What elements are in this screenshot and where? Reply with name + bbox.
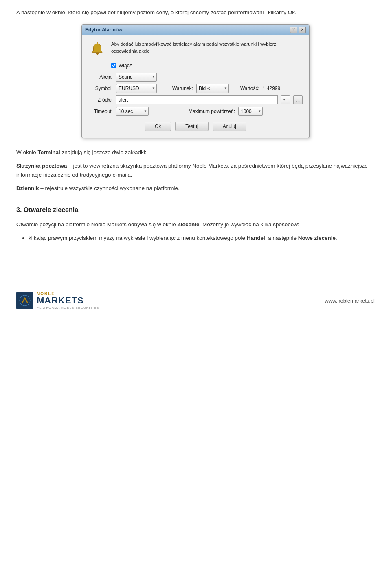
s2-intro-bold: Zlecenie — [177, 221, 199, 228]
akcja-value: Sound — [119, 74, 133, 80]
footer-url: www.noblemarkets.pl — [325, 298, 375, 304]
section1-item2: Dziennik – rejestruje wszystkie czynnośc… — [16, 184, 375, 193]
timeout-content: 10 sec ▼ Maximum powtórzeń: 1000 ▼ — [116, 107, 303, 116]
s1-item1-text: – jest to wewnętrzna skrzynka pocztowa p… — [16, 163, 368, 178]
symbol-value: EURUSD — [119, 86, 139, 91]
zrodlo-value: alert — [119, 97, 128, 103]
testuj-button[interactable]: Testuj — [175, 122, 208, 131]
symbol-content: EURUSD ▼ Warunek: Bid < ▼ Wartość: 1.429… — [116, 84, 303, 93]
b1-bold: Handel — [247, 235, 265, 241]
zrodlo-content: alert ▼ ... — [116, 95, 303, 104]
checkbox-row: Włącz — [111, 63, 303, 69]
b1-final: . — [336, 235, 337, 241]
max-pow-label: Maximum powtórzeń: — [189, 108, 235, 114]
max-pow-value: 1000 — [241, 108, 252, 114]
symbol-dropdown-arrow: ▼ — [152, 86, 155, 90]
intro-text: A następnie w oknie, które się pojawi de… — [16, 9, 297, 15]
page-content: A następnie w oknie, które się pojawi de… — [0, 0, 391, 259]
zrodlo-label: Źródło: — [88, 97, 116, 103]
s2-intro: Otwarcie pozycji na platformie Noble Mar… — [16, 221, 177, 228]
anuluj-button[interactable]: Anuluj — [213, 122, 246, 131]
dialog-titlebar: Edytor Alarmów ? ✕ — [82, 25, 309, 35]
logo-icon — [16, 292, 33, 309]
warunek-label: Warunek: — [172, 86, 193, 91]
warunek-dropdown-arrow: ▼ — [224, 86, 227, 90]
zrodlo-dropdown-arrow: ▼ — [283, 98, 286, 102]
section2-intro: Otwarcie pozycji na platformie Noble Mar… — [16, 220, 375, 230]
section1-paragraph1: W oknie Terminal znajdują się jeszcze dw… — [16, 148, 375, 157]
b1-bold2: Nowe zlecenie — [298, 235, 336, 241]
timeout-dropdown[interactable]: 10 sec ▼ — [116, 107, 149, 116]
max-pow-dropdown-arrow: ▼ — [258, 109, 261, 113]
zrodlo-input[interactable]: alert — [116, 95, 278, 104]
zrodlo-dots-button[interactable]: ... — [293, 95, 303, 104]
timeout-value: 10 sec — [119, 108, 133, 114]
akcja-row: Akcja: Sound ▼ — [88, 73, 303, 82]
akcja-content: Sound ▼ — [116, 73, 303, 82]
page-footer: NOBLE MARKETS PLATFORMA NOBLE SECURITIES… — [0, 284, 391, 317]
symbol-row: Symbol: EURUSD ▼ Warunek: Bid < ▼ Wartoś… — [88, 84, 303, 93]
help-button[interactable]: ? — [290, 27, 297, 33]
section1-body: W oknie Terminal znajdują się jeszcze dw… — [16, 148, 375, 194]
wlacz-label: Włącz — [119, 63, 132, 69]
timeout-label: Timeout: — [88, 108, 116, 114]
timeout-dropdown-arrow: ▼ — [144, 109, 147, 113]
dialog-window: Edytor Alarmów ? ✕ Aby dodać lub — [81, 24, 310, 138]
footer-logo: NOBLE MARKETS PLATFORMA NOBLE SECURITIES — [16, 292, 99, 309]
b1-text: klikając prawym przyciskiem myszy na wyk… — [29, 235, 247, 241]
logo-markets: MARKETS — [37, 296, 99, 305]
wartosc-label: Wartość: — [240, 86, 259, 91]
dialog-buttons: Ok Testuj Anuluj — [88, 122, 303, 131]
warunek-dropdown[interactable]: Bid < ▼ — [196, 84, 229, 93]
ok-button[interactable]: Ok — [145, 122, 171, 131]
bell-icon — [88, 40, 106, 58]
akcja-dropdown-arrow: ▼ — [152, 75, 155, 79]
s1-text2: znajdują się jeszcze dwie zakładki: — [60, 149, 147, 155]
max-pow-dropdown[interactable]: 1000 ▼ — [238, 107, 263, 116]
warunek-value: Bid < — [199, 86, 210, 91]
b1-end: , a następnie — [265, 235, 298, 241]
wlacz-checkbox[interactable] — [111, 63, 116, 68]
section2-body: Otwarcie pozycji na platformie Noble Mar… — [16, 220, 375, 243]
bullet-item-1: klikając prawym przyciskiem myszy na wyk… — [29, 234, 375, 243]
akcja-dropdown[interactable]: Sound ▼ — [116, 73, 157, 82]
intro-paragraph: A następnie w oknie, które się pojawi de… — [16, 8, 375, 17]
s1-item1-bold: Skrzynka pocztowa — [16, 163, 67, 169]
akcja-label: Akcja: — [88, 74, 116, 80]
s1-item2-bold: Dziennik — [16, 185, 39, 191]
s2-intro-end: . Możemy je wywołać na kilka sposobów: — [199, 221, 299, 228]
timeout-row: Timeout: 10 sec ▼ Maximum powtórzeń: 100… — [88, 107, 303, 116]
zrodlo-dropdown[interactable]: ▼ — [281, 95, 290, 104]
dialog-top-row: Aby dodać lub zmodyfikować istniejący al… — [88, 40, 303, 58]
dialog-title: Edytor Alarmów — [85, 27, 123, 33]
dialog-description: Aby dodać lub zmodyfikować istniejący al… — [111, 40, 303, 55]
dialog-container: Edytor Alarmów ? ✕ Aby dodać lub — [16, 24, 375, 138]
s1-bold1: Terminal — [38, 149, 60, 155]
section1-item1: Skrzynka pocztowa – jest to wewnętrzna s… — [16, 161, 375, 180]
close-button[interactable]: ✕ — [299, 27, 306, 33]
titlebar-buttons: ? ✕ — [290, 27, 306, 33]
logo-subtitle: PLATFORMA NOBLE SECURITIES — [37, 306, 99, 309]
s1-text1: W oknie — [16, 149, 38, 155]
symbol-dropdown[interactable]: EURUSD ▼ — [116, 84, 157, 93]
section2-heading: 3. Otwarcie zlecenia — [16, 206, 375, 214]
zrodlo-row: Źródło: alert ▼ ... — [88, 95, 303, 104]
section2-bullet-list: klikając prawym przyciskiem myszy na wyk… — [29, 234, 375, 243]
symbol-label: Symbol: — [88, 86, 116, 91]
dialog-body: Aby dodać lub zmodyfikować istniejący al… — [82, 35, 309, 138]
logo-text: NOBLE MARKETS PLATFORMA NOBLE SECURITIES — [37, 292, 99, 309]
s1-item2-text: – rejestruje wszystkie czynności wykonan… — [39, 185, 180, 191]
wartosc-value: 1.42999 — [263, 86, 280, 91]
